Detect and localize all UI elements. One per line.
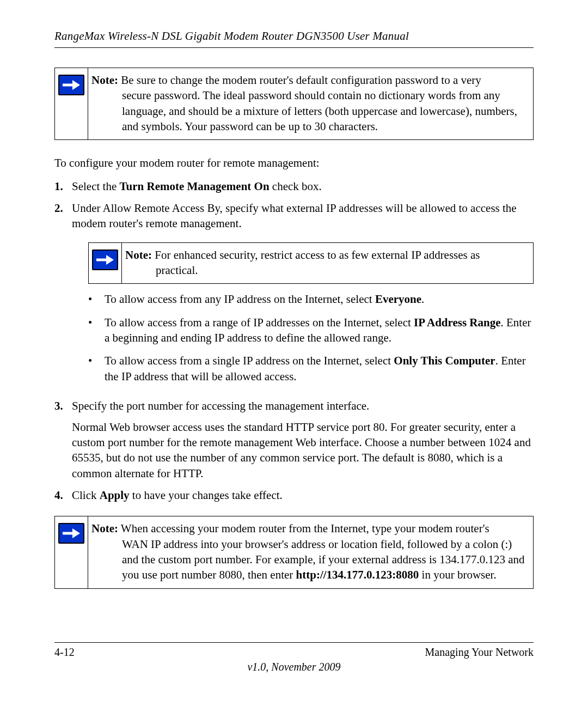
bullet-bold: IP Address Range — [414, 316, 500, 329]
note-text: Note: When accessing your modem router f… — [88, 516, 533, 588]
note-icon-cell — [55, 516, 88, 588]
step-3: 3. Specify the port number for accessing… — [54, 398, 534, 481]
note-text-bold-url: http://134.177.0.123:8080 — [296, 568, 419, 581]
version-line: v1.0, November 2009 — [54, 661, 534, 673]
note-label: Note: — [125, 248, 152, 261]
steps-list: 1. Select the Turn Remote Management On … — [54, 179, 534, 503]
step-text-post: to have your changes take effect. — [130, 489, 283, 502]
note-icon-cell — [55, 68, 88, 139]
section-title: Managing Your Network — [425, 646, 534, 659]
running-header: RangeMax Wireless-N DSL Gigabit Modem Ro… — [54, 29, 534, 43]
page: RangeMax Wireless-N DSL Gigabit Modem Ro… — [0, 0, 588, 706]
step-1: 1. Select the Turn Remote Management On … — [54, 179, 534, 194]
step-number: 2. — [54, 200, 72, 392]
bullet-pre: To allow access from a single IP address… — [105, 354, 394, 367]
list-item: • To allow access from a single IP addre… — [88, 353, 534, 384]
note-text-line1: For enhanced security, restrict access t… — [152, 248, 480, 261]
step-number: 4. — [54, 488, 72, 503]
note-text: Note: For enhanced security, restrict ac… — [122, 243, 486, 284]
note-text: Note: Be sure to change the modem router… — [88, 68, 533, 139]
bullet-bold: Everyone — [375, 293, 421, 306]
step-number: 3. — [54, 398, 72, 481]
step-text-bold: Turn Remote Management On — [119, 180, 269, 193]
step-text-pre: Select the — [72, 180, 119, 193]
bullet-pre: To allow access from any IP address on t… — [105, 293, 375, 306]
bullet-icon: • — [88, 353, 105, 384]
note-label: Note: — [91, 522, 118, 535]
bullet-pre: To allow access from a range of IP addre… — [105, 316, 414, 329]
bullet-icon: • — [88, 291, 105, 307]
bullet-icon: • — [88, 315, 105, 346]
step-4: 4. Click Apply to have your changes take… — [54, 488, 534, 503]
intro-paragraph: To configure your modem router for remot… — [54, 155, 534, 171]
note-text-rest: practical. — [125, 263, 480, 278]
note-icon-cell — [89, 243, 122, 284]
note-text-rest-post: in your browser. — [419, 568, 496, 581]
bullet-list: • To allow access from any IP address on… — [88, 291, 534, 384]
svg-marker-1 — [72, 80, 80, 90]
header-rule — [54, 47, 534, 48]
list-item: • To allow access from a range of IP add… — [88, 315, 534, 346]
arrow-right-icon — [92, 249, 118, 270]
step-text-bold: Apply — [100, 489, 130, 502]
bullet-post: . — [421, 293, 424, 306]
step-paragraph: Normal Web browser access uses the stand… — [72, 419, 534, 481]
page-number: 4-12 — [54, 646, 75, 659]
footer-rule — [54, 642, 534, 643]
step-text-post: check box. — [270, 180, 322, 193]
svg-marker-5 — [72, 528, 80, 538]
step-text-pre: Click — [72, 489, 100, 502]
note-box-url: Note: When accessing your modem router f… — [54, 516, 534, 588]
arrow-right-icon — [58, 75, 84, 95]
note-text-rest: secure password. The ideal password shou… — [91, 88, 528, 134]
arrow-right-icon — [58, 523, 84, 544]
note-text-line1: When accessing your modem router from th… — [118, 522, 489, 535]
note-box-password: Note: Be sure to change the modem router… — [54, 68, 534, 140]
note-box-restrict: Note: For enhanced security, restrict ac… — [88, 242, 534, 284]
step-number: 1. — [54, 179, 72, 194]
step-2: 2. Under Allow Remote Access By, specify… — [54, 200, 534, 392]
bullet-bold: Only This Computer — [394, 354, 495, 367]
footer: 4-12 Managing Your Network v1.0, Novembe… — [54, 642, 534, 673]
step-text: Under Allow Remote Access By, specify wh… — [72, 202, 517, 230]
step-text: Specify the port number for accessing th… — [72, 399, 369, 412]
note-label: Note: — [91, 74, 118, 87]
list-item: • To allow access from any IP address on… — [88, 291, 534, 307]
svg-marker-3 — [106, 255, 114, 265]
note-text-line1: Be sure to change the modem router's def… — [118, 74, 481, 87]
